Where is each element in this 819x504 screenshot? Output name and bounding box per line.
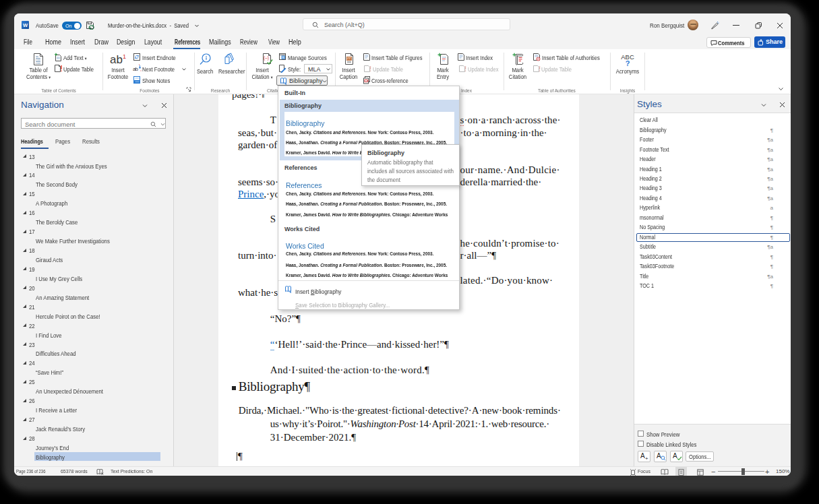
- svg-text:ab: ab: [133, 66, 139, 72]
- svg-text:(–): (–): [264, 55, 269, 61]
